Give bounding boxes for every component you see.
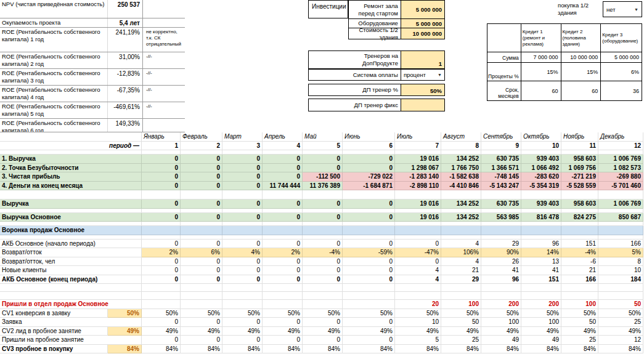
summary-note[interactable]: -//- — [143, 69, 185, 85]
cell[interactable]: 563 985 — [481, 213, 521, 222]
cell[interactable]: 5% — [598, 248, 643, 257]
cell[interactable]: 0 — [222, 240, 263, 249]
cell[interactable]: 49% — [481, 327, 521, 336]
cell[interactable] — [395, 150, 441, 155]
cell[interactable] — [263, 222, 303, 226]
cell[interactable]: 19 016 — [395, 213, 441, 222]
cell[interactable] — [181, 222, 222, 226]
cell[interactable] — [303, 235, 343, 240]
cell[interactable] — [343, 190, 395, 200]
cell[interactable] — [263, 209, 303, 213]
cell[interactable] — [521, 209, 561, 213]
cell[interactable]: 0 — [181, 318, 222, 327]
summary-note[interactable] — [143, 0, 185, 18]
param-label[interactable]: Тренеров на ДопПродукте — [309, 51, 401, 68]
row-label[interactable]: Возврат/отток — [0, 248, 142, 257]
param-label[interactable]: ДП тренер фикс — [309, 99, 401, 111]
cell[interactable]: 49% — [521, 327, 561, 336]
cell[interactable]: 2% — [142, 248, 181, 257]
cell[interactable]: 166 — [561, 275, 598, 284]
cell[interactable]: 50% — [303, 309, 343, 318]
cell[interactable]: 0 — [142, 318, 181, 327]
cell[interactable]: 84% — [222, 345, 263, 354]
param-label[interactable]: Система оплаты — [309, 70, 401, 80]
cell[interactable]: 84% — [561, 345, 598, 354]
cell[interactable] — [0, 284, 142, 292]
cell[interactable]: 50 — [598, 300, 643, 309]
row-label[interactable]: CV3 пробное в покупку — [0, 345, 108, 354]
cell[interactable]: 50% — [142, 309, 181, 318]
cell[interactable]: 134 252 — [441, 213, 481, 222]
cell[interactable]: 106% — [441, 248, 481, 257]
row-label[interactable]: АКБ Основное (начало периода) — [0, 240, 142, 249]
cell[interactable] — [142, 300, 181, 309]
cell[interactable]: 49% — [395, 327, 441, 336]
cell[interactable] — [263, 150, 303, 155]
credit-cell[interactable]: 5 000 000 — [601, 52, 642, 62]
period-number[interactable]: 4 — [263, 142, 303, 151]
cell[interactable]: 0 — [263, 257, 303, 267]
summary-value[interactable]: 5,4 лет — [108, 18, 143, 27]
summary-value[interactable]: 250 537 — [108, 0, 143, 18]
cell[interactable]: 100 — [481, 318, 521, 327]
summary-note[interactable]: -//- — [143, 52, 185, 68]
credit-cell[interactable]: Кредит 1 (ремонт и реклама) — [521, 24, 561, 52]
period-label[interactable]: период — — [0, 142, 142, 151]
credit-cell[interactable]: 60 — [521, 81, 561, 100]
cell[interactable]: 0 — [263, 275, 303, 284]
cell[interactable]: 50% — [521, 309, 561, 318]
cell[interactable]: 0 — [181, 336, 222, 345]
cell[interactable]: 0 — [263, 266, 303, 275]
cell[interactable] — [181, 209, 222, 213]
summary-label[interactable]: ROE (Рентабельность собственного капитал… — [0, 52, 108, 68]
row-label[interactable]: Заявка — [0, 318, 142, 327]
cell[interactable] — [598, 226, 643, 235]
cell[interactable]: 0 — [181, 164, 222, 173]
cell[interactable]: 0 — [181, 275, 222, 284]
period-number[interactable]: 3 — [222, 142, 263, 151]
cell[interactable]: 50% — [181, 309, 222, 318]
cell[interactable] — [222, 190, 263, 200]
row-label[interactable] — [0, 132, 142, 142]
cell[interactable]: 0 — [142, 240, 181, 249]
param-cell[interactable]: 49% — [108, 327, 142, 336]
cell[interactable] — [142, 150, 181, 155]
cell[interactable] — [0, 235, 142, 240]
cell[interactable]: 20 — [395, 300, 441, 309]
period-number[interactable]: 9 — [481, 142, 521, 151]
cell[interactable] — [181, 150, 222, 155]
row-label[interactable]: Воронка продаж Основное — [0, 226, 142, 235]
param-cell[interactable]: 50% — [108, 309, 142, 318]
cell[interactable] — [222, 226, 263, 235]
cell[interactable] — [181, 292, 222, 300]
cell[interactable] — [0, 222, 142, 226]
row-label[interactable]: АКБ Основное (конец периода) — [0, 275, 142, 284]
cell[interactable] — [598, 190, 643, 200]
cell[interactable] — [521, 284, 561, 292]
cell[interactable] — [561, 209, 598, 213]
summary-value[interactable]: 31,00% — [108, 52, 143, 68]
cell[interactable] — [561, 150, 598, 155]
credit-row-label[interactable]: Сумма — [487, 52, 521, 62]
cell[interactable] — [481, 190, 521, 200]
cell[interactable] — [441, 284, 481, 292]
cell[interactable]: -1 582 638 — [441, 172, 481, 182]
cell[interactable]: 0 — [142, 257, 181, 267]
cell[interactable]: 0 — [263, 240, 303, 249]
cell[interactable] — [343, 226, 395, 235]
summary-note[interactable]: -//- — [143, 102, 185, 118]
summary-label[interactable]: ROE (Рентабельность собственного капитал… — [0, 69, 108, 85]
period-number[interactable]: 10 — [521, 142, 561, 151]
cell[interactable] — [303, 209, 343, 213]
period-number[interactable]: 8 — [441, 142, 481, 151]
cell[interactable] — [521, 235, 561, 240]
cell[interactable]: 21 — [561, 266, 598, 275]
cell[interactable] — [598, 209, 643, 213]
cell[interactable]: 0 — [222, 257, 263, 267]
credit-cell[interactable]: 6% — [601, 63, 642, 81]
cell[interactable] — [521, 292, 561, 300]
month-header[interactable]: Октябрь — [521, 132, 561, 142]
cell[interactable]: 824 275 — [561, 213, 598, 222]
cell[interactable]: 939 403 — [521, 200, 561, 209]
cell[interactable]: 0 — [222, 213, 263, 222]
